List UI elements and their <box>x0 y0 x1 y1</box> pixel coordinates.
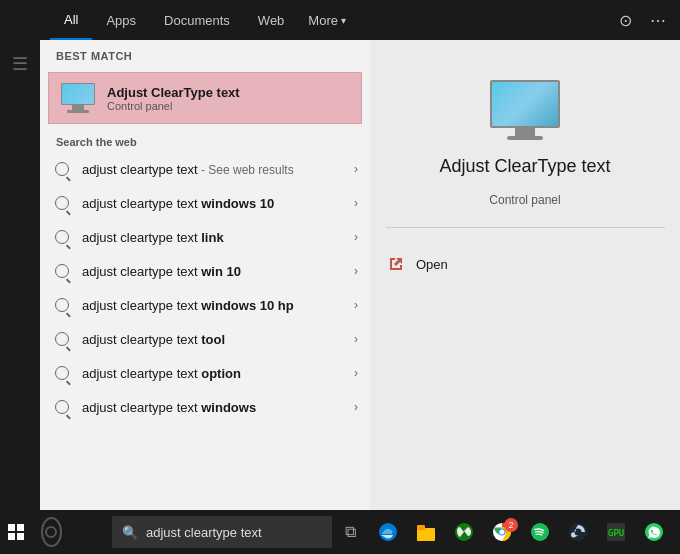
taskbar-search-icon: 🔍 <box>122 525 138 540</box>
chevron-icon-2: › <box>354 230 358 244</box>
detail-panel: Adjust ClearType text Control panel Open <box>370 40 680 510</box>
steam-icon[interactable] <box>560 514 596 550</box>
result-text-2: adjust cleartype text link <box>82 230 344 245</box>
search-icon-4 <box>52 295 72 315</box>
svg-text:GPU: GPU <box>608 528 624 538</box>
whatsapp-icon[interactable] <box>636 514 672 550</box>
nav-user-icon[interactable]: ⊙ <box>615 7 636 34</box>
result-row-0[interactable]: adjust cleartype text - See web results … <box>40 152 370 186</box>
result-row-3[interactable]: adjust cleartype text win 10 › <box>40 254 370 288</box>
chevron-icon-5: › <box>354 332 358 346</box>
result-text-0: adjust cleartype text - See web results <box>82 162 344 177</box>
taskbar: 🔍 adjust cleartype text ⧉ <box>0 510 680 554</box>
chevron-icon-3: › <box>354 264 358 278</box>
result-row-4[interactable]: adjust cleartype text windows 10 hp › <box>40 288 370 322</box>
chevron-icon-1: › <box>354 196 358 210</box>
best-match-subtitle: Control panel <box>107 100 240 112</box>
web-search-label: Search the web <box>40 128 370 152</box>
left-sidebar: ☰ <box>0 0 40 510</box>
best-match-label: Best match <box>40 40 370 68</box>
chevron-icon-7: › <box>354 400 358 414</box>
search-icon-1 <box>52 193 72 213</box>
result-row-6[interactable]: adjust cleartype text option › <box>40 356 370 390</box>
search-icon-2 <box>52 227 72 247</box>
detail-open-label: Open <box>416 257 448 272</box>
best-match-item[interactable]: Adjust ClearType text Control panel <box>48 72 362 124</box>
result-row-2[interactable]: adjust cleartype text link › <box>40 220 370 254</box>
search-icon-3 <box>52 261 72 281</box>
tab-web[interactable]: Web <box>244 0 299 40</box>
chrome-icon[interactable]: 2 <box>484 514 520 550</box>
detail-monitor-icon <box>490 80 560 140</box>
start-button[interactable] <box>0 510 33 554</box>
spotify-icon[interactable] <box>522 514 558 550</box>
result-text-1: adjust cleartype text windows 10 <box>82 196 344 211</box>
taskbar-icons: ⧉ <box>332 514 672 550</box>
result-row-7[interactable]: adjust cleartype text windows › <box>40 390 370 424</box>
results-panel: Best match Adjust ClearType text Control… <box>40 40 370 510</box>
result-row-5[interactable]: adjust cleartype text tool › <box>40 322 370 356</box>
chevron-icon-6: › <box>354 366 358 380</box>
result-text-3: adjust cleartype text win 10 <box>82 264 344 279</box>
tab-documents[interactable]: Documents <box>150 0 244 40</box>
search-icon-5 <box>52 329 72 349</box>
windows-icon <box>8 524 24 540</box>
detail-subtitle: Control panel <box>489 193 560 207</box>
content-area: Best match Adjust ClearType text Control… <box>40 40 680 510</box>
tab-apps[interactable]: Apps <box>92 0 150 40</box>
taskbar-search-box[interactable]: 🔍 adjust cleartype text <box>112 516 332 548</box>
nav-more-icon[interactable]: ⋯ <box>646 7 670 34</box>
result-row-1[interactable]: adjust cleartype text windows 10 › <box>40 186 370 220</box>
detail-open-action[interactable]: Open <box>370 248 680 280</box>
detail-divider <box>386 227 665 228</box>
task-view-button[interactable]: ⧉ <box>332 514 368 550</box>
taskbar-search-text: adjust cleartype text <box>146 525 262 540</box>
search-icon-6 <box>52 363 72 383</box>
xbox-icon[interactable] <box>446 514 482 550</box>
result-text-4: adjust cleartype text windows 10 hp <box>82 298 344 313</box>
tab-all[interactable]: All <box>50 0 92 40</box>
best-match-icon <box>61 83 95 113</box>
chevron-icon-0: › <box>354 162 358 176</box>
gpuz-icon[interactable]: GPU <box>598 514 634 550</box>
svg-point-6 <box>500 530 505 535</box>
edge-icon[interactable] <box>370 514 406 550</box>
chrome-badge: 2 <box>504 518 518 532</box>
tab-more[interactable]: More ▾ <box>298 13 356 28</box>
result-text-6: adjust cleartype text option <box>82 366 344 381</box>
open-icon <box>386 254 406 274</box>
cortana-button[interactable] <box>41 517 62 547</box>
chevron-icon-4: › <box>354 298 358 312</box>
sidebar-icon-1: ☰ <box>6 50 34 78</box>
file-explorer-icon[interactable] <box>408 514 444 550</box>
svg-rect-2 <box>417 525 425 530</box>
search-panel: All Apps Documents Web More ▾ ⊙ ⋯ Best m… <box>40 0 680 510</box>
best-match-title: Adjust ClearType text <box>107 85 240 100</box>
result-text-7: adjust cleartype text windows <box>82 400 344 415</box>
result-text-5: adjust cleartype text tool <box>82 332 344 347</box>
detail-title: Adjust ClearType text <box>439 156 610 177</box>
best-match-text: Adjust ClearType text Control panel <box>107 85 240 112</box>
nav-icons: ⊙ ⋯ <box>615 7 670 34</box>
nav-bar: All Apps Documents Web More ▾ ⊙ ⋯ <box>40 0 680 40</box>
search-icon-0 <box>52 159 72 179</box>
search-icon-7 <box>52 397 72 417</box>
